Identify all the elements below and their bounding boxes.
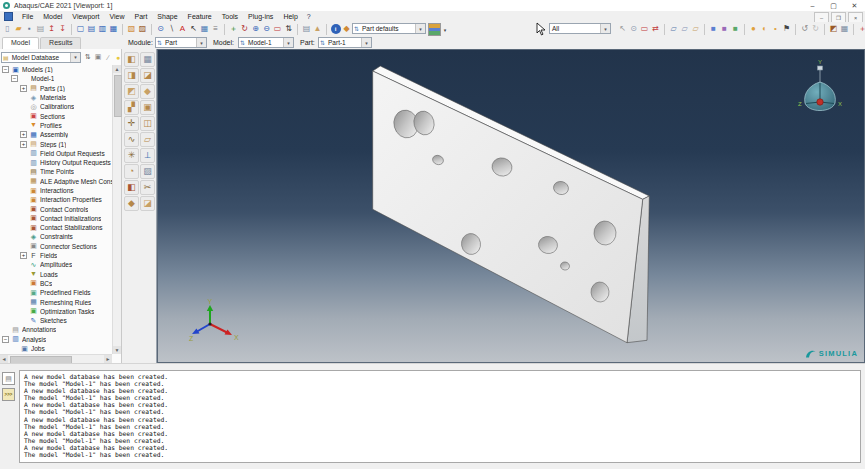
create-cut-extrude-icon[interactable]: ◪: [140, 68, 155, 83]
redo-icon[interactable]: ↻: [811, 24, 821, 35]
menu-tools[interactable]: Tools: [217, 12, 243, 21]
context-help-icon[interactable]: ?: [307, 13, 311, 20]
query-info-icon[interactable]: i: [331, 24, 341, 35]
cycle-views-icon[interactable]: ⇅: [284, 24, 294, 35]
sphere-dot-icon[interactable]: •: [771, 24, 781, 35]
tree-item-profiles[interactable]: ▼ Profiles: [0, 121, 112, 130]
tree-item-jobs[interactable]: ▣ Jobs: [0, 344, 112, 353]
activate-grid-icon[interactable]: ＋: [858, 24, 865, 35]
filter-icon[interactable]: ▣: [94, 52, 103, 62]
render-shaded-icon[interactable]: ▲: [313, 24, 323, 35]
tree-item-optimization-tasks[interactable]: ▣ Optimization Tasks: [0, 307, 112, 316]
magnify-icon[interactable]: ⊙: [156, 24, 166, 35]
create-solid-revolve-icon[interactable]: ◨: [124, 68, 139, 83]
scroll-right-icon[interactable]: ►: [104, 355, 112, 363]
tree-item-connector-sections[interactable]: ▣ Connector Sections: [0, 242, 112, 251]
box-zoom-icon[interactable]: ▭: [273, 24, 283, 35]
model-combo[interactable]: ⇅ Model-1 ▾: [238, 37, 294, 48]
color-code-dropdown-arrow[interactable]: ▾: [441, 24, 449, 35]
probe-pen-icon[interactable]: ∖: [167, 24, 177, 35]
flag-icon[interactable]: ⚑: [782, 24, 792, 35]
deselect-cursor-icon[interactable]: ↖: [618, 24, 628, 35]
tree-item-amplitudes[interactable]: ∿ Amplitudes: [0, 260, 112, 269]
axis-triad-icon[interactable]: ⟂: [140, 148, 155, 163]
tree-item-analysis[interactable]: − ▥ Analysis: [0, 335, 112, 344]
tree-item-calibrations[interactable]: ◎ Calibrations: [0, 102, 112, 111]
tree-item-parts[interactable]: + ▤ Parts (1): [0, 84, 112, 93]
tree-expander[interactable]: −: [2, 66, 9, 73]
tree-item-assembly[interactable]: + ▦ Assembly: [0, 130, 112, 139]
menu-shape[interactable]: Shape: [152, 12, 182, 21]
menu-help[interactable]: Help: [278, 12, 302, 21]
menu-plug-ins[interactable]: Plug-ins: [243, 12, 278, 21]
menu-feature[interactable]: Feature: [183, 12, 217, 21]
tree-vertical-scrollbar[interactable]: ▲ ▼: [112, 65, 121, 354]
tree-item-models[interactable]: − ▣ Models (1): [0, 65, 112, 74]
close-button[interactable]: ✕: [844, 0, 865, 11]
tree-item-bcs[interactable]: ▣ BCs: [0, 279, 112, 288]
selection-box-icon[interactable]: ▭: [640, 24, 650, 35]
tree-item-contact-initializations[interactable]: ▣ Contact Initializations: [0, 214, 112, 223]
compass-center-dot[interactable]: [817, 99, 823, 105]
tile-viewports-vertical-icon[interactable]: ▥: [98, 24, 108, 35]
module-combo[interactable]: ⇅ Part ▾: [155, 37, 207, 48]
tree-item-model-1[interactable]: − Model-1: [0, 74, 112, 83]
viewport-child-icon[interactable]: [4, 12, 13, 21]
model-database-combo[interactable]: ▤ Model Database ▾: [1, 52, 81, 63]
query-geometry-icon[interactable]: ◧: [124, 180, 139, 195]
view-options-icon[interactable]: ▦: [840, 24, 850, 35]
edit-filter-icon[interactable]: ∕: [104, 52, 113, 62]
csys-marker-icon[interactable]: ✳: [124, 148, 139, 163]
color-part-icon[interactable]: ◆: [124, 196, 139, 211]
tips-lightbulb-icon[interactable]: ●: [114, 52, 123, 62]
print-icon[interactable]: ▤: [36, 24, 46, 35]
tree-item-annotations[interactable]: ▤ Annotations: [0, 325, 112, 334]
tree-item-contact-stabilizations[interactable]: ▣ Contact Stabilizations: [0, 223, 112, 232]
tree-item-sections[interactable]: ▣ Sections: [0, 111, 112, 120]
tree-expander[interactable]: +: [20, 252, 27, 259]
geometry-repair-icon[interactable]: ◔: [124, 164, 139, 179]
tree-item-sketches[interactable]: ✎ Sketches: [0, 316, 112, 325]
print-viewport-icon[interactable]: ▧: [127, 24, 137, 35]
menu-view[interactable]: View: [104, 12, 129, 21]
sphere-half-icon[interactable]: ◐: [760, 24, 770, 35]
annotation-options-icon[interactable]: ▦: [200, 24, 210, 35]
view-compass[interactable]: Y Z X: [794, 58, 846, 122]
shaded-box-purple-icon[interactable]: ■: [720, 24, 730, 35]
partition-cell-icon[interactable]: ◫: [140, 116, 155, 131]
wire-box-blue-icon[interactable]: ▱: [669, 24, 679, 35]
select-cursor-icon[interactable]: ↖: [189, 24, 199, 35]
create-datum-icon[interactable]: ✛: [124, 116, 139, 131]
open-file-icon[interactable]: ▰: [14, 24, 24, 35]
tree-expander[interactable]: +: [20, 131, 27, 138]
combo-dropdown-arrow[interactable]: ▾: [415, 24, 425, 33]
geometry-edit-icon[interactable]: ✂: [140, 180, 155, 195]
wire-box-steel-icon[interactable]: ▱: [680, 24, 690, 35]
tree-item-field-output-requests[interactable]: ▥ Field Output Requests: [0, 149, 112, 158]
create-viewport-icon[interactable]: ▢: [76, 24, 86, 35]
message-console[interactable]: A new model database has been created.Th…: [19, 370, 861, 463]
sphere-full-icon[interactable]: ●: [749, 24, 759, 35]
upload-model-icon[interactable]: ↥: [47, 24, 57, 35]
tree-expander[interactable]: +: [20, 141, 27, 148]
tree-item-remeshing-rules[interactable]: ▦ Remeshing Rules: [0, 297, 112, 306]
message-area-tab-icon[interactable]: ▤: [2, 372, 15, 385]
combo-dropdown-arrow[interactable]: ▾: [600, 24, 610, 33]
tree-item-constraints[interactable]: ◈ Constraints: [0, 232, 112, 241]
create-chamfer-icon[interactable]: ◆: [140, 84, 155, 99]
zoom-out-icon[interactable]: ⊖: [262, 24, 272, 35]
create-solid-extrude-icon[interactable]: ◧: [124, 52, 139, 67]
menu-model[interactable]: Model: [38, 12, 67, 21]
replace-displayed-icon[interactable]: ⇄: [651, 24, 661, 35]
tree-item-interaction-properties[interactable]: ▣ Interaction Properties: [0, 195, 112, 204]
scroll-up-icon[interactable]: ▲: [113, 65, 121, 73]
tab-results[interactable]: Results: [40, 37, 81, 49]
tree-item-predefined-fields[interactable]: ▣ Predefined Fields: [0, 288, 112, 297]
part-combo[interactable]: ⇅ Part-1 ▾: [318, 37, 372, 48]
tree-item-steps[interactable]: + ▤ Steps (1): [0, 139, 112, 148]
tree-item-ale-adaptive-mesh-constraint[interactable]: ▦ ALE Adaptive Mesh Constraint: [0, 177, 112, 186]
color-code-button[interactable]: [428, 23, 441, 36]
part-3d-plate[interactable]: [158, 50, 864, 362]
scroll-left-icon[interactable]: ◄: [0, 355, 8, 363]
user-view-icon[interactable]: ◩: [829, 24, 839, 35]
